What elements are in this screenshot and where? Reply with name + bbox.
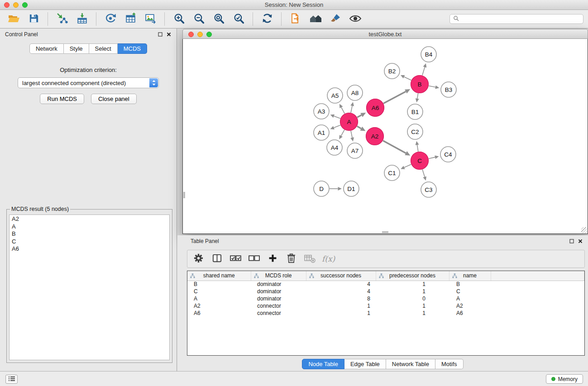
tab-edge-table[interactable]: Edge Table [344, 359, 386, 369]
add-column-button[interactable] [266, 252, 279, 266]
graph-edge[interactable] [422, 63, 426, 75]
table-row[interactable]: A6connector11A6 [187, 310, 584, 317]
column-header-shared-name[interactable]: shared name [187, 271, 251, 281]
tab-motifs[interactable]: Motifs [435, 359, 464, 369]
select-all-button[interactable] [229, 252, 242, 266]
table-cell[interactable]: C [449, 288, 491, 295]
table-cell[interactable]: 1 [376, 281, 449, 288]
tab-network-table[interactable]: Network Table [386, 359, 435, 369]
export-image-button[interactable] [141, 11, 159, 27]
graph-edge[interactable] [422, 170, 426, 181]
column-header-name[interactable]: name [449, 271, 491, 281]
graph-edge[interactable] [330, 125, 340, 129]
graph-node-A1[interactable]: A1 [314, 125, 329, 140]
graph-node-C3[interactable]: C3 [421, 182, 436, 197]
import-table-file-button[interactable] [73, 11, 91, 27]
graph-node-A3[interactable]: A3 [314, 104, 329, 119]
vertical-scroll-nub[interactable] [183, 192, 185, 198]
memory-button[interactable]: Memory [546, 374, 583, 384]
network-close-button[interactable] [188, 32, 194, 37]
optimization-criterion-select[interactable]: largest connected component (directed) [18, 77, 159, 88]
show-all-networks-button[interactable] [306, 11, 325, 27]
graph-node-D1[interactable]: D1 [344, 181, 359, 196]
table-cell[interactable]: B [187, 281, 251, 288]
tab-select[interactable]: Select [89, 43, 118, 54]
mcds-result-item[interactable]: B [10, 230, 169, 238]
function-builder-button[interactable]: f(x) [322, 252, 335, 266]
graph-node-A[interactable]: A [340, 113, 358, 131]
graph-node-C1[interactable]: C1 [384, 165, 400, 181]
table-row[interactable]: Bdominator41B [187, 281, 584, 288]
table-cell[interactable]: connector [251, 302, 306, 310]
graph-node-B3[interactable]: B3 [441, 82, 456, 97]
table-cell[interactable]: A [449, 295, 491, 302]
table-cell[interactable]: dominator [251, 288, 306, 295]
mcds-result-item[interactable]: A [10, 223, 169, 231]
graph-edge[interactable] [350, 131, 354, 141]
show-columns-button[interactable] [210, 252, 223, 266]
graph-node-B4[interactable]: B4 [421, 47, 436, 62]
table-cell[interactable]: 0 [376, 295, 449, 302]
table-cell[interactable]: dominator [251, 281, 306, 288]
graph-node-A8[interactable]: A8 [347, 85, 363, 100]
float-panel-icon[interactable] [569, 239, 574, 243]
import-network-file-button[interactable] [53, 11, 71, 27]
table-cell[interactable]: 4 [306, 288, 376, 295]
network-minimize-button[interactable] [197, 32, 203, 37]
new-network-button[interactable] [101, 11, 120, 27]
column-header-mcds-role[interactable]: MCDS role [251, 271, 306, 281]
table-cell[interactable]: C [187, 288, 251, 295]
column-header-predecessor-nodes[interactable]: predecessor nodes [376, 271, 449, 281]
graph-edge[interactable] [350, 102, 354, 113]
zoom-fit-button[interactable] [210, 11, 228, 27]
table-cell[interactable]: A6 [449, 310, 491, 317]
deselect-all-button[interactable] [248, 252, 260, 266]
graph-edge[interactable] [339, 104, 344, 114]
open-session-button[interactable] [5, 11, 23, 27]
graph-node-A7[interactable]: A7 [347, 143, 363, 158]
zoom-window-button[interactable] [22, 2, 28, 8]
graph-node-D[interactable]: D [314, 181, 329, 196]
graph-edge[interactable] [357, 113, 366, 117]
table-cell[interactable]: 8 [306, 295, 376, 302]
mcds-result-item[interactable]: A6 [10, 245, 169, 253]
graph-edge[interactable] [401, 164, 411, 169]
graph-node-C4[interactable]: C4 [440, 147, 456, 162]
run-mcds-button[interactable]: Run MCDS [40, 94, 84, 104]
table-row[interactable]: Cdominator41C [187, 288, 584, 295]
graph-edge[interactable] [330, 187, 342, 191]
graph-edge[interactable] [383, 141, 410, 156]
table-row[interactable]: Adominator80A [187, 295, 584, 302]
graph-edge[interactable] [339, 130, 344, 139]
graph-node-A5[interactable]: A5 [327, 88, 343, 103]
zoom-out-button[interactable] [190, 11, 208, 27]
mcds-result-item[interactable]: A2 [10, 215, 169, 223]
graph-node-A4[interactable]: A4 [327, 140, 342, 155]
tab-network[interactable]: Network [29, 43, 64, 54]
apply-style-button[interactable] [326, 11, 344, 27]
tab-node-table[interactable]: Node Table [302, 359, 344, 369]
table-cell[interactable]: A6 [187, 310, 251, 317]
table-row[interactable]: A2connector11A2 [187, 302, 584, 310]
refresh-button[interactable] [258, 11, 276, 27]
graph-node-C2[interactable]: C2 [407, 124, 423, 139]
graph-node-A2[interactable]: A2 [366, 128, 384, 145]
table-cell[interactable]: 1 [376, 302, 449, 310]
graph-edge[interactable] [416, 93, 419, 102]
graphics-details-button[interactable] [346, 11, 364, 27]
table-cell[interactable]: dominator [251, 295, 306, 302]
minimize-window-button[interactable] [13, 2, 19, 8]
tab-style[interactable]: Style [64, 43, 89, 54]
column-header-successor-nodes[interactable]: successor nodes [306, 271, 376, 281]
new-table-button[interactable] [121, 11, 139, 27]
graph-node-B[interactable]: B [411, 76, 429, 93]
close-panel-icon[interactable] [578, 239, 583, 243]
horizontal-scroll-nub[interactable] [382, 231, 388, 233]
network-zoom-button[interactable] [206, 32, 212, 37]
table-cell[interactable]: A2 [187, 302, 251, 310]
resize-grip[interactable] [581, 227, 587, 233]
table-cell[interactable]: 1 [376, 310, 449, 317]
table-cell[interactable]: B [449, 281, 491, 288]
graph-edge[interactable] [357, 126, 366, 131]
delete-table-button[interactable] [303, 252, 316, 266]
